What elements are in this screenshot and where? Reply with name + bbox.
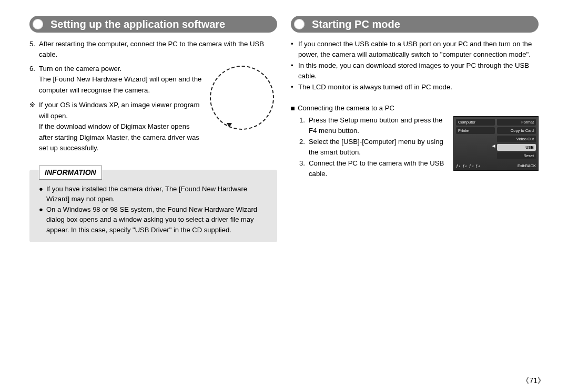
connecting-subhead: Connecting the camera to a PC bbox=[291, 103, 539, 114]
s3-num: 3. bbox=[299, 158, 309, 180]
information-label-wrap: INFORMATION bbox=[39, 166, 102, 180]
header-dot-icon bbox=[294, 19, 305, 29]
camera-menu-right-col: Format Copy to Card Video Out USB Reset bbox=[497, 119, 536, 162]
step-6-num: 6. bbox=[29, 64, 39, 96]
step-5: 5. After restarting the computer, connec… bbox=[29, 39, 277, 60]
info-2-text: On a Windows 98 or 98 SE system, the Fou… bbox=[46, 204, 268, 235]
info-item-2: ● On a Windows 98 or 98 SE system, the F… bbox=[39, 204, 268, 235]
step-6a-text: Turn on the camera power. bbox=[39, 64, 205, 74]
right-p3-text: The LCD monitor is always turned off in … bbox=[298, 82, 452, 92]
note-b-text: If the download window of Digimax Master… bbox=[39, 121, 205, 153]
camera-foot-right: Exit:BACK bbox=[518, 163, 536, 169]
s2-num: 2. bbox=[299, 137, 309, 158]
note-symbol: ※ bbox=[29, 100, 39, 153]
menu-left-1: Printer bbox=[456, 127, 495, 134]
step-5-num: 5. bbox=[29, 39, 39, 60]
step-6b-text: The [Found New Hardware Wizard] will ope… bbox=[39, 74, 205, 96]
connection-diagram-icon bbox=[210, 66, 274, 130]
xp-note: ※ If your OS is Windows XP, an image vie… bbox=[29, 100, 205, 153]
info-1-text: If you have installed the camera driver,… bbox=[46, 184, 268, 204]
right-p2: • In this mode, you can download stored … bbox=[291, 60, 539, 82]
bullet-icon: ● bbox=[39, 184, 46, 204]
square-bullet-icon bbox=[291, 107, 295, 110]
step-5-text: After restarting the computer, connect t… bbox=[39, 39, 277, 60]
header-dot-icon bbox=[33, 19, 43, 29]
menu-left-0: Computer bbox=[456, 119, 495, 126]
menu-right-1: Copy to Card bbox=[497, 127, 536, 134]
right-p1-text: If you connect the USB cable to a USB po… bbox=[298, 39, 539, 60]
menu-right-2: Video Out bbox=[497, 136, 536, 142]
right-header-bar: Starting PC mode bbox=[291, 16, 539, 33]
connect-step-3: 3. Connect the PC to the camera with the… bbox=[299, 158, 448, 180]
right-column: Starting PC mode • If you connect the US… bbox=[291, 16, 539, 242]
right-title: Starting PC mode bbox=[312, 18, 400, 30]
left-column: Setting up the application software 5. A… bbox=[29, 16, 277, 242]
information-box: INFORMATION ● If you have installed the … bbox=[29, 170, 277, 243]
info-item-1: ● If you have installed the camera drive… bbox=[39, 184, 268, 204]
information-label: INFORMATION bbox=[45, 168, 96, 177]
step-6: 6. Turn on the camera power. The [Found … bbox=[29, 64, 205, 96]
right-p2-text: In this mode, you can download stored im… bbox=[298, 60, 539, 82]
right-p3: • The LCD monitor is always turned off i… bbox=[291, 82, 539, 92]
s2-text: Select the [USB]-[Computer] menu by usin… bbox=[309, 137, 448, 158]
left-header-bar: Setting up the application software bbox=[29, 16, 277, 33]
connect-step-2: 2. Select the [USB]-[Computer] menu by u… bbox=[299, 137, 448, 158]
menu-right-4: Reset bbox=[497, 152, 536, 159]
note-a-text: If your OS is Windows XP, an image viewe… bbox=[39, 100, 205, 121]
connect-step-1: 1. Press the Setup menu button and press… bbox=[299, 115, 448, 137]
camera-menu-screenshot: Computer Printer Format Copy to Card Vid… bbox=[453, 116, 539, 171]
bullet-icon: • bbox=[291, 82, 298, 92]
right-p1: • If you connect the USB cable to a USB … bbox=[291, 39, 539, 60]
bullet-icon: • bbox=[291, 39, 298, 60]
camera-menu-left-col: Computer Printer bbox=[456, 119, 495, 162]
camera-foot-left: ƒ₁ ƒ₂ ƒ₃ ƒ₄ bbox=[456, 163, 480, 169]
bullet-icon: • bbox=[291, 60, 298, 82]
s1-num: 1. bbox=[299, 115, 309, 137]
bullet-icon: ● bbox=[39, 204, 46, 235]
page-number: 《71》 bbox=[522, 376, 545, 386]
s3-text: Connect the PC to the camera with the US… bbox=[309, 158, 448, 180]
connecting-title: Connecting the camera to a PC bbox=[298, 103, 394, 114]
left-title: Setting up the application software bbox=[50, 18, 225, 30]
menu-right-0: Format bbox=[497, 119, 536, 126]
manual-page: Setting up the application software 5. A… bbox=[15, 0, 553, 242]
menu-right-3-selected: USB bbox=[497, 144, 536, 151]
s1-text: Press the Setup menu button and press th… bbox=[309, 115, 448, 137]
